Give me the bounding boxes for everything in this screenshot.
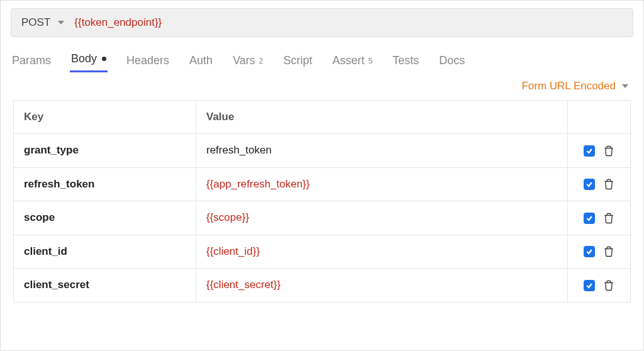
tab-headers[interactable]: Headers	[125, 49, 170, 72]
enable-checkbox[interactable]	[584, 280, 595, 291]
tab-auth-label: Auth	[189, 54, 213, 67]
request-bar: POST {{token_endpoint}}	[11, 8, 633, 37]
enable-checkbox[interactable]	[584, 179, 595, 190]
body-type-selector[interactable]: Form URL Encoded	[521, 80, 628, 92]
param-key-cell[interactable]: refresh_token	[14, 167, 196, 201]
tab-vars-label: Vars	[233, 54, 255, 67]
tab-body[interactable]: Body	[70, 47, 108, 72]
column-header-value: Value	[196, 101, 568, 134]
table-row: refresh_token{{app_refresh_token}}	[14, 167, 631, 201]
param-actions-cell	[568, 201, 631, 235]
param-value-cell[interactable]: {{scope}}	[196, 201, 568, 235]
tab-headers-label: Headers	[126, 54, 169, 67]
request-tabs: Params Body Headers Auth Vars 2 Script A…	[1, 42, 643, 72]
param-actions-cell	[568, 167, 631, 201]
table-row: client_secret{{client_secret}}	[14, 269, 631, 303]
tab-auth[interactable]: Auth	[188, 49, 214, 72]
body-type-label: Form URL Encoded	[521, 80, 616, 92]
table-row: scope{{scope}}	[14, 201, 631, 235]
tab-body-label: Body	[71, 52, 97, 65]
tab-tests[interactable]: Tests	[391, 49, 420, 72]
param-value-cell[interactable]: {{client_secret}}	[196, 269, 568, 303]
chevron-down-icon	[58, 21, 64, 25]
tab-params-label: Params	[12, 54, 51, 67]
tab-vars[interactable]: Vars 2	[231, 49, 264, 72]
trash-icon[interactable]	[602, 245, 615, 258]
url-input[interactable]: {{token_endpoint}}	[74, 16, 162, 29]
table-row: grant_typerefresh_token	[14, 134, 631, 168]
tab-assert-label: Assert	[333, 54, 365, 67]
param-actions-cell	[568, 134, 631, 168]
tab-script[interactable]: Script	[282, 49, 314, 72]
trash-icon[interactable]	[602, 178, 615, 191]
enable-checkbox[interactable]	[584, 145, 595, 157]
param-value-cell[interactable]: {{client_id}}	[196, 235, 568, 269]
param-key-cell[interactable]: client_id	[14, 235, 196, 269]
param-key-cell[interactable]: grant_type	[14, 134, 196, 168]
param-value-cell[interactable]: refresh_token	[196, 134, 568, 168]
body-params-table-wrap: Key Value grant_typerefresh_tokenrefresh…	[13, 100, 631, 303]
tab-docs[interactable]: Docs	[438, 49, 466, 72]
tab-assert-badge: 5	[369, 57, 373, 65]
table-row: client_id{{client_id}}	[14, 235, 631, 269]
trash-icon[interactable]	[602, 279, 615, 292]
column-header-key: Key	[14, 101, 196, 134]
trash-icon[interactable]	[602, 145, 615, 157]
tab-script-label: Script	[284, 54, 313, 67]
param-key-cell[interactable]: scope	[14, 201, 196, 235]
param-value-cell[interactable]: {{app_refresh_token}}	[196, 167, 568, 201]
trash-icon[interactable]	[602, 212, 615, 225]
enable-checkbox[interactable]	[584, 246, 595, 257]
body-type-row: Form URL Encoded	[1, 72, 643, 98]
tab-docs-label: Docs	[439, 54, 465, 67]
tab-tests-label: Tests	[392, 54, 419, 67]
enable-checkbox[interactable]	[584, 213, 595, 224]
tab-assert[interactable]: Assert 5	[331, 49, 374, 72]
param-actions-cell	[568, 235, 631, 269]
chevron-down-icon	[622, 84, 628, 88]
body-params-table: Key Value grant_typerefresh_tokenrefresh…	[13, 100, 631, 303]
column-header-actions	[568, 101, 631, 134]
method-label: POST	[21, 16, 50, 29]
tab-params[interactable]: Params	[11, 49, 52, 72]
method-selector[interactable]: POST	[21, 16, 64, 29]
tab-vars-badge: 2	[259, 57, 264, 65]
param-key-cell[interactable]: client_secret	[14, 269, 196, 303]
modified-dot-icon	[102, 57, 106, 61]
param-actions-cell	[568, 269, 631, 303]
